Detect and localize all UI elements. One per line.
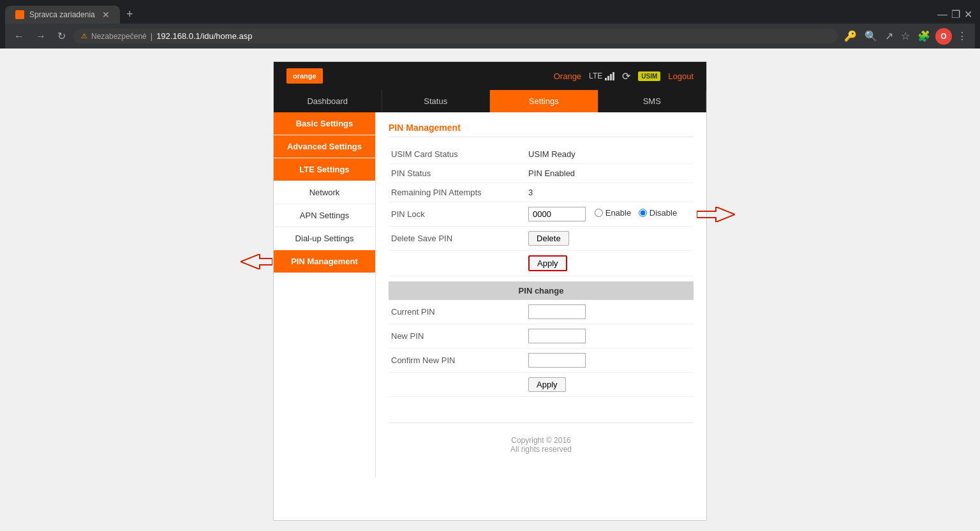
- apply-button-bottom[interactable]: Apply: [528, 377, 566, 392]
- toolbar-icons: 🔑 🔍 ↗ ☆ 🧩 O ⋮: [842, 27, 970, 45]
- tab-close-button[interactable]: ✕: [102, 10, 110, 20]
- tab-sms[interactable]: SMS: [598, 90, 707, 112]
- share-icon[interactable]: ↗: [882, 27, 896, 45]
- router-header: orange Orange LTE ⟳ USIM Logout: [274, 62, 706, 90]
- lte-label: LTE: [589, 71, 602, 80]
- pin-status-row: PIN Status PIN Enabled: [389, 164, 694, 183]
- signal-bars: [605, 71, 614, 80]
- pin-change-header: PIN change: [389, 281, 694, 300]
- restore-button[interactable]: ❐: [951, 8, 960, 20]
- sidebar: Basic Settings Advanced Settings LTE Set…: [274, 112, 376, 477]
- sidebar-item-dialup-settings[interactable]: Dial-up Settings: [274, 227, 375, 250]
- lte-status: LTE: [589, 71, 614, 80]
- footer: Copyright © 2016 All rights reserved: [389, 423, 694, 467]
- pin-change-apply-row: Apply: [389, 373, 694, 397]
- browser-toolbar: ← → ↻ ⚠ Nezabezpečené | 🔑 🔍 ↗ ☆ 🧩 O ⋮: [5, 24, 975, 49]
- browser-tabs: Spravca zariadenia ✕ + — ❐ ✕: [5, 5, 975, 24]
- profile-avatar[interactable]: O: [935, 28, 952, 45]
- remaining-pin-attempts-value: 3: [526, 183, 694, 202]
- refresh-icon[interactable]: ⟳: [622, 70, 630, 82]
- confirm-new-pin-input[interactable]: [528, 353, 586, 368]
- nav-tabs: Dashboard Status Settings SMS: [274, 90, 706, 112]
- delete-save-pin-controls: Delete: [526, 227, 694, 251]
- url-input[interactable]: [156, 31, 830, 41]
- minimize-button[interactable]: —: [937, 9, 947, 20]
- sidebar-item-lte-settings[interactable]: LTE Settings: [274, 158, 375, 181]
- delete-save-pin-label: Delete Save PIN: [389, 227, 526, 251]
- usim-badge: USIM: [638, 71, 660, 81]
- apply-button-top[interactable]: Apply: [528, 255, 567, 271]
- tab-title: Spravca zariadenia: [29, 10, 95, 19]
- page-content: orange Orange LTE ⟳ USIM Logout: [0, 49, 980, 531]
- new-pin-input-cell: [526, 324, 694, 348]
- disable-radio[interactable]: [639, 209, 647, 217]
- arrow-to-disable: [697, 207, 735, 222]
- bookmark-icon[interactable]: ☆: [898, 27, 912, 45]
- copyright-text: Copyright © 2016: [401, 436, 681, 445]
- tab-settings[interactable]: Settings: [490, 90, 598, 112]
- pin-info-table: USIM Card Status USIM Ready PIN Status P…: [389, 145, 694, 276]
- pin-lock-row: PIN Lock Enable Disable: [389, 202, 694, 227]
- tab-status[interactable]: Status: [382, 90, 491, 112]
- reload-button[interactable]: ↻: [54, 29, 70, 43]
- sidebar-item-apn-settings[interactable]: APN Settings: [274, 204, 375, 227]
- menu-icon[interactable]: ⋮: [954, 27, 970, 45]
- insecure-label: Nezabezpečené: [91, 32, 147, 41]
- usim-card-status-row: USIM Card Status USIM Ready: [389, 145, 694, 164]
- back-button[interactable]: ←: [10, 29, 28, 43]
- pin-status-label: PIN Status: [389, 164, 526, 183]
- svg-marker-0: [241, 254, 272, 269]
- current-pin-input[interactable]: [528, 304, 586, 319]
- new-pin-row: New PIN: [389, 324, 694, 348]
- pin-status-value: PIN Enabled: [526, 164, 694, 183]
- orange-logo: orange: [286, 68, 323, 84]
- current-pin-row: Current PIN: [389, 300, 694, 324]
- key-icon: 🔑: [842, 27, 859, 45]
- current-pin-label: Current PIN: [389, 300, 526, 324]
- sidebar-item-network[interactable]: Network: [274, 181, 375, 204]
- usim-card-status-value: USIM Ready: [526, 145, 694, 164]
- pin-lock-controls: Enable Disable: [526, 202, 694, 227]
- signal-bar-3: [610, 74, 612, 80]
- remaining-pin-attempts-row: Remaining PIN Attempts 3: [389, 183, 694, 202]
- logout-button[interactable]: Logout: [668, 71, 694, 81]
- pin-change-table: Current PIN New PIN Confirm New PIN: [389, 300, 694, 397]
- current-pin-input-cell: [526, 300, 694, 324]
- new-pin-input[interactable]: [528, 329, 586, 343]
- signal-bar-4: [612, 72, 614, 80]
- forward-button[interactable]: →: [32, 29, 50, 43]
- confirm-new-pin-row: Confirm New PIN: [389, 348, 694, 373]
- content-area: PIN Management USIM Card Status USIM Rea…: [376, 112, 706, 477]
- sidebar-item-advanced-settings[interactable]: Advanced Settings: [274, 135, 375, 158]
- extensions-icon[interactable]: 🧩: [915, 27, 933, 45]
- close-window-button[interactable]: ✕: [964, 8, 972, 20]
- svg-marker-1: [697, 207, 735, 222]
- sidebar-item-basic-settings[interactable]: Basic Settings: [274, 112, 375, 135]
- delete-button[interactable]: Delete: [528, 231, 569, 246]
- arrow-to-pin-management: [241, 254, 272, 269]
- active-tab[interactable]: Spravca zariadenia ✕: [5, 6, 120, 24]
- section-title: PIN Management: [389, 123, 694, 137]
- rights-text: All rights reserved: [401, 445, 681, 454]
- pin-lock-label: PIN Lock: [389, 202, 526, 227]
- tab-favicon: [15, 10, 24, 19]
- address-bar: ⚠ Nezabezpečené |: [73, 29, 838, 43]
- confirm-new-pin-input-cell: [526, 348, 694, 373]
- signal-bar-2: [607, 76, 609, 80]
- signal-bar-1: [605, 78, 607, 80]
- sidebar-item-pin-management[interactable]: PIN Management: [274, 250, 375, 273]
- security-warning: ⚠: [81, 32, 87, 40]
- new-pin-label: New PIN: [389, 324, 526, 348]
- apply-row: Apply: [389, 251, 694, 276]
- pin-lock-input[interactable]: [528, 207, 586, 221]
- tab-dashboard[interactable]: Dashboard: [274, 90, 382, 112]
- new-tab-button[interactable]: +: [120, 5, 140, 24]
- confirm-new-pin-label: Confirm New PIN: [389, 348, 526, 373]
- header-right: Orange LTE ⟳ USIM Logout: [554, 70, 694, 82]
- delete-save-pin-row: Delete Save PIN Delete: [389, 227, 694, 251]
- router-ui: orange Orange LTE ⟳ USIM Logout: [273, 61, 707, 521]
- enable-radio[interactable]: [595, 209, 603, 217]
- main-layout: Basic Settings Advanced Settings LTE Set…: [274, 112, 706, 477]
- zoom-icon[interactable]: 🔍: [862, 27, 880, 45]
- remaining-pin-attempts-label: Remaining PIN Attempts: [389, 183, 526, 202]
